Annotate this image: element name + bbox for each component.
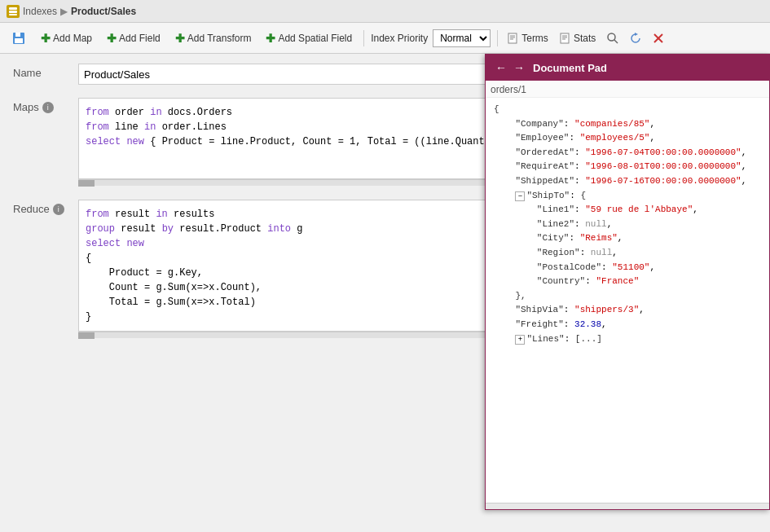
reduce-label: Reduce i [13, 200, 78, 215]
doc-pad-id[interactable]: orders/1 [486, 81, 769, 98]
svg-line-15 [614, 40, 618, 43]
add-spatial-icon: ✚ [266, 32, 275, 45]
index-priority-label: Index Priority [371, 33, 428, 44]
stats-label: Stats [574, 33, 596, 44]
save-icon [11, 31, 26, 46]
svg-marker-16 [635, 33, 638, 36]
breadcrumb-current: Product/Sales [71, 6, 136, 17]
maps-scroll-thumb [78, 180, 95, 187]
json-line-shipvia: "ShipVia": "shippers/3", [491, 303, 764, 318]
toolbar: ✚ Add Map ✚ Add Field ✚ Add Transform ✚ … [0, 23, 770, 54]
maps-label: Maps i [13, 98, 78, 113]
add-field-label: Add Field [119, 33, 161, 44]
add-field-button[interactable]: ✚ Add Field [102, 29, 165, 47]
doc-pad-body[interactable]: { "Company": "companies/85", "Employee":… [486, 98, 769, 503]
doc-pad-nav: ← → [494, 61, 526, 74]
json-line-requireat: "RequireAt": "1996-08-01T00:00:00.000000… [491, 160, 764, 174]
stats-doc-icon [560, 33, 571, 44]
lines-expand-icon[interactable]: + [515, 335, 525, 345]
toolbar-separator-1 [363, 30, 364, 46]
json-line-postalcode: "PostalCode": "51100", [491, 261, 764, 275]
svg-rect-0 [9, 7, 17, 10]
terms-label: Terms [521, 33, 548, 44]
json-line-shippedat: "ShippedAt": "1996-07-16T00:00:00.000000… [491, 174, 764, 189]
json-line-region: "Region": null, [491, 246, 764, 261]
json-line-line1: "Line1": "59 rue de l'Abbaye", [491, 203, 764, 218]
reduce-info-icon[interactable]: i [53, 204, 64, 215]
document-pad: ← → Document Pad orders/1 { "Company": "… [485, 54, 770, 510]
json-line-shipto-close: }, [491, 289, 764, 304]
search-button[interactable] [604, 29, 622, 47]
json-line-country: "Country": "France" [491, 275, 764, 289]
add-spatial-field-button[interactable]: ✚ Add Spatial Field [261, 29, 357, 47]
add-field-icon: ✚ [107, 32, 117, 45]
search-icon [606, 32, 619, 45]
doc-pad-prev-button[interactable]: ← [494, 61, 508, 74]
json-line-city: "City": "Reims", [491, 231, 764, 246]
svg-rect-2 [9, 14, 17, 15]
doc-pad-scrollbar[interactable] [486, 503, 769, 509]
add-transform-label: Add Transform [187, 33, 252, 44]
maps-info-icon[interactable]: i [42, 102, 54, 113]
add-transform-button[interactable]: ✚ Add Transform [170, 29, 257, 47]
breadcrumb-bar: Indexes ▶ Product/Sales [0, 0, 770, 23]
breadcrumb-separator: ▶ [60, 6, 68, 17]
save-button[interactable] [7, 29, 31, 48]
json-line-company: "Company": "companies/85", [491, 117, 764, 132]
add-map-button[interactable]: ✚ Add Map [36, 29, 97, 47]
shipto-collapse-icon[interactable]: − [515, 191, 525, 201]
add-spatial-label: Add Spatial Field [278, 33, 352, 44]
svg-rect-1 [9, 11, 17, 13]
svg-rect-5 [15, 38, 23, 43]
stats-button[interactable]: Stats [557, 31, 599, 46]
json-line-shipto: −"ShipTo": { [491, 189, 764, 204]
svg-rect-10 [561, 33, 569, 43]
add-transform-icon: ✚ [175, 32, 185, 45]
json-line-orderedat: "OrderedAt": "1996-07-04T00:00:00.000000… [491, 146, 764, 160]
svg-rect-6 [508, 33, 517, 43]
delete-icon [652, 32, 665, 45]
name-label: Name [13, 64, 78, 79]
doc-pad-title: Document Pad [533, 62, 607, 74]
breadcrumb-root[interactable]: Indexes [23, 6, 57, 17]
toolbar-separator-2 [497, 30, 498, 46]
terms-button[interactable]: Terms [504, 31, 552, 46]
delete-button[interactable] [649, 29, 667, 47]
json-line-lines: +"Lines": [...] [491, 332, 764, 347]
reduce-scroll-thumb [78, 332, 95, 339]
index-priority-select[interactable]: Normal Low High Highest [433, 29, 491, 47]
doc-pad-next-button[interactable]: → [512, 61, 526, 74]
json-line-line2: "Line2": null, [491, 218, 764, 232]
json-line-open-brace: { [491, 103, 764, 117]
indexes-icon [7, 5, 20, 18]
add-map-label: Add Map [53, 33, 92, 44]
svg-rect-4 [15, 33, 20, 37]
json-line-freight: "Freight": 32.38, [491, 318, 764, 332]
add-map-icon: ✚ [41, 32, 51, 45]
svg-point-14 [608, 33, 615, 41]
refresh-icon [629, 32, 642, 45]
terms-doc-icon [508, 33, 519, 44]
refresh-button[interactable] [627, 29, 645, 47]
doc-pad-header: ← → Document Pad [486, 55, 769, 81]
json-line-employee: "Employee": "employees/5", [491, 131, 764, 146]
